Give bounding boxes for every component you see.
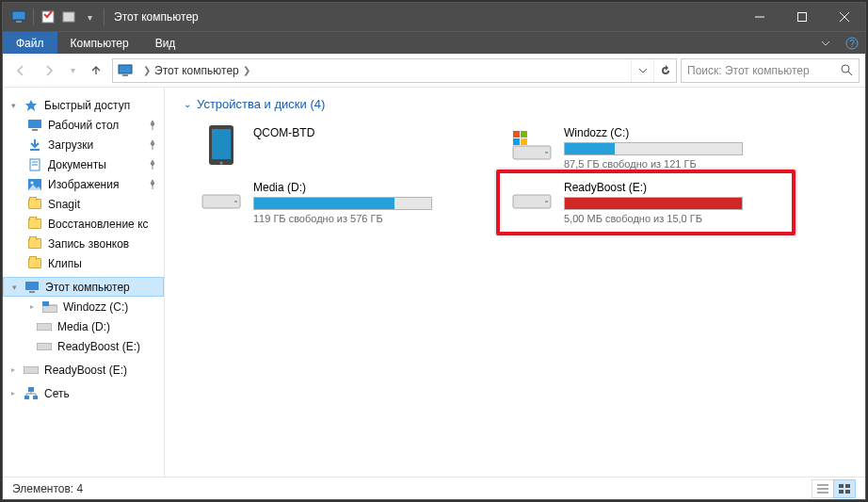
svg-rect-51 — [839, 490, 844, 494]
sidebar-item-label: Запись звонков — [48, 237, 129, 251]
drive-d[interactable]: Media (D:) 119 ГБ свободно из 576 ГБ — [195, 175, 477, 230]
sidebar-item-label: Восстановление кс — [48, 218, 149, 231]
sidebar-item-folder[interactable]: Клипы — [3, 253, 164, 273]
status-text: Элементов: 4 — [12, 482, 83, 495]
section-header[interactable]: ⌄ Устройства и диски (4) — [184, 97, 850, 111]
sidebar-item-label: Изображения — [48, 178, 119, 191]
this-pc-qat-icon[interactable] — [8, 7, 29, 27]
menu-file[interactable]: Файл — [3, 32, 57, 54]
sidebar-item-label: Быстрый доступ — [44, 99, 130, 112]
chevron-right-icon[interactable]: ❯ — [239, 65, 254, 75]
minimize-button[interactable] — [738, 3, 780, 31]
help-icon[interactable]: ? — [839, 32, 865, 54]
svg-rect-52 — [845, 490, 850, 494]
view-tiles-button[interactable] — [833, 479, 856, 498]
address-dropdown-button[interactable] — [631, 59, 653, 82]
chevron-down-icon[interactable]: ▾ — [8, 101, 18, 110]
svg-rect-32 — [33, 396, 38, 399]
capacity-text: 119 ГБ свободно из 576 ГБ — [253, 213, 474, 224]
pin-icon — [145, 118, 160, 133]
ribbon-expand-icon[interactable] — [812, 32, 839, 54]
svg-point-35 — [220, 162, 223, 165]
sidebar-item-folder[interactable]: Snagit — [3, 194, 164, 214]
chevron-right-icon[interactable]: ▸ — [27, 302, 37, 311]
this-pc-icon — [117, 62, 134, 79]
address-row: ▾ ❯ Этот компьютер ❯ Поиск: Этот компьют… — [3, 54, 865, 88]
drive-name: ReadyBoost (E:) — [564, 181, 784, 194]
svg-text:?: ? — [849, 39, 855, 49]
sidebar-item-label: Рабочий стол — [48, 119, 119, 132]
sidebar-drive-e[interactable]: ReadyBoost (E:) — [3, 336, 164, 356]
network-icon — [24, 386, 39, 401]
menu-view[interactable]: Вид — [142, 32, 189, 54]
qat-dropdown-icon[interactable]: ▾ — [79, 7, 100, 27]
close-button[interactable] — [823, 3, 865, 31]
svg-point-22 — [31, 181, 34, 184]
svg-rect-1 — [16, 21, 22, 23]
documents-icon — [27, 157, 42, 172]
os-drive-icon — [509, 126, 555, 164]
svg-rect-11 — [122, 74, 128, 76]
sidebar-item-downloads[interactable]: Загрузки — [3, 135, 164, 154]
sidebar: ▾ Быстрый доступ Рабочий стол Загрузки Д — [3, 88, 165, 477]
sidebar-drive-c[interactable]: ▸ Windozz (C:) — [3, 297, 164, 316]
drive-icon — [509, 181, 555, 219]
nav-back-button[interactable] — [8, 58, 33, 83]
device-phone[interactable]: QCOM-BTD — [195, 121, 477, 175]
explorer-window: ▾ Этот компьютер Файл Компьютер Вид ? ▾ … — [2, 2, 866, 500]
svg-rect-49 — [839, 484, 844, 488]
svg-point-12 — [842, 65, 849, 73]
address-bar[interactable]: ❯ Этот компьютер ❯ — [112, 58, 677, 83]
sidebar-item-folder[interactable]: Запись звонков — [3, 234, 164, 253]
chevron-right-icon[interactable]: ▸ — [8, 389, 18, 397]
svg-rect-39 — [521, 131, 527, 138]
folder-icon — [27, 197, 42, 212]
svg-rect-34 — [212, 129, 231, 159]
sidebar-item-label: Клипы — [48, 257, 82, 270]
chevron-right-icon[interactable]: ▸ — [8, 365, 18, 374]
sidebar-network[interactable]: ▸ Сеть — [3, 383, 164, 403]
svg-rect-17 — [30, 149, 40, 151]
sidebar-item-label: ReadyBoost (E:) — [57, 340, 140, 353]
sidebar-this-pc[interactable]: ▾ Этот компьютер — [3, 277, 164, 297]
maximize-button[interactable] — [780, 3, 823, 31]
sidebar-item-pictures[interactable]: Изображения — [3, 174, 164, 194]
drive-e-highlighted[interactable]: ReadyBoost (E:) 5,00 МБ свободно из 15,0… — [506, 175, 788, 230]
new-folder-qat-icon[interactable] — [58, 7, 79, 27]
menu-computer[interactable]: Компьютер — [57, 32, 142, 54]
drive-c[interactable]: Windozz (C:) 87,5 ГБ свободно из 121 ГБ — [506, 121, 788, 175]
refresh-button[interactable] — [653, 59, 676, 82]
chevron-down-icon[interactable]: ▾ — [9, 283, 19, 292]
svg-rect-50 — [845, 484, 850, 488]
sidebar-item-label: Media (D:) — [57, 320, 110, 333]
drive-icon — [37, 319, 52, 334]
svg-rect-38 — [513, 131, 520, 138]
sidebar-readyboost-alt[interactable]: ▸ ReadyBoost (E:) — [3, 360, 164, 380]
sidebar-item-folder[interactable]: Восстановление кс — [3, 214, 164, 234]
properties-qat-icon[interactable] — [38, 7, 58, 27]
chevron-right-icon[interactable]: ❯ — [139, 65, 154, 75]
sidebar-drive-d[interactable]: Media (D:) — [3, 316, 164, 336]
svg-rect-16 — [32, 129, 38, 131]
svg-rect-43 — [234, 201, 237, 202]
nav-history-dropdown[interactable]: ▾ — [65, 58, 80, 83]
window-title: Этот компьютер — [108, 10, 199, 24]
sidebar-item-desktop[interactable]: Рабочий стол — [3, 115, 164, 135]
capacity-text: 87,5 ГБ свободно из 121 ГБ — [564, 158, 784, 170]
view-details-button[interactable] — [812, 479, 834, 498]
nav-forward-button[interactable] — [37, 58, 61, 83]
search-input[interactable]: Поиск: Этот компьютер — [681, 58, 860, 83]
nav-up-button[interactable] — [84, 58, 108, 83]
folder-icon — [27, 236, 42, 251]
svg-marker-14 — [25, 100, 37, 111]
breadcrumb[interactable]: Этот компьютер — [154, 64, 239, 77]
search-icon[interactable] — [834, 64, 859, 76]
sidebar-item-label: Windozz (C:) — [63, 300, 128, 314]
sidebar-item-documents[interactable]: Документы — [3, 154, 164, 174]
section-title: Устройства и диски (4) — [197, 97, 325, 111]
this-pc-icon — [24, 280, 40, 295]
folder-icon — [27, 256, 42, 271]
sidebar-item-label: Документы — [48, 158, 106, 171]
svg-rect-10 — [119, 65, 132, 73]
sidebar-quick-access[interactable]: ▾ Быстрый доступ — [3, 95, 164, 115]
